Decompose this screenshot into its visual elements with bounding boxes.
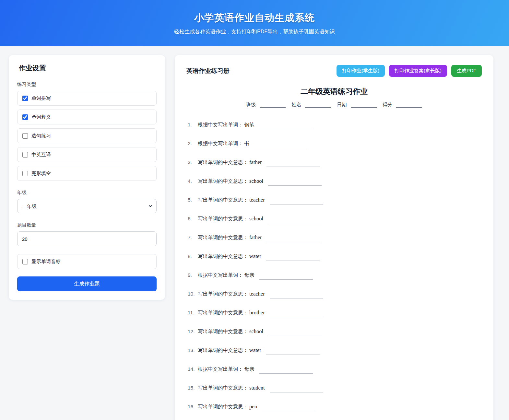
question-prompt: 写出单词的中文意思： xyxy=(198,310,248,315)
question-prompt: 根据中文写出单词： xyxy=(198,272,243,278)
generate-pdf-button[interactable]: 生成PDF xyxy=(451,65,482,77)
question-item: 9.根据中文写出单词：母亲 xyxy=(188,271,482,280)
answer-blank xyxy=(254,148,308,148)
question-word: teacher xyxy=(249,291,265,297)
question-word: student xyxy=(249,385,265,391)
meta-field-name: 姓名: xyxy=(291,102,331,108)
question-word: father xyxy=(249,234,262,240)
answer-blank xyxy=(259,129,313,129)
question-item: 12.写出单词的中文意思：school xyxy=(188,328,482,336)
exercise-type-option-label: 造句练习 xyxy=(31,133,51,139)
meta-blank xyxy=(260,107,286,108)
question-number: 1. xyxy=(188,121,198,129)
worksheet-header: 英语作业练习册 打印作业(学生版) 打印作业答案(家长版) 生成PDF xyxy=(186,65,482,77)
question-item: 2.根据中文写出单词：书 xyxy=(188,140,482,148)
meta-label: 得分: xyxy=(383,102,394,107)
print-student-button[interactable]: 打印作业(学生版) xyxy=(337,65,385,77)
question-word: school xyxy=(249,178,263,184)
print-answers-button[interactable]: 打印作业答案(家长版) xyxy=(389,65,447,77)
main-content: 作业设置 练习类型 单词拼写 单词释义 造句练习 中英互译 完形填空 年级 二年… xyxy=(0,46,509,420)
exercise-type-checkbox[interactable] xyxy=(22,114,28,120)
question-prompt: 写出单词的中文意思： xyxy=(198,197,248,203)
question-prompt: 根据中文写出单词： xyxy=(198,141,243,146)
exercise-type-option-translation[interactable]: 中英互译 xyxy=(17,147,157,162)
question-item: 5.写出单词的中文意思：teacher xyxy=(188,196,482,204)
question-prompt: 根据中文写出单词： xyxy=(198,122,243,127)
question-word: teacher xyxy=(249,197,265,203)
question-prompt: 根据中文写出单词： xyxy=(198,366,243,372)
worksheet-meta: 班级: 姓名: 日期: 得分: xyxy=(186,102,482,108)
settings-title: 作业设置 xyxy=(19,64,157,73)
exercise-type-option-word-meaning[interactable]: 单词释义 xyxy=(17,110,157,124)
question-prompt: 写出单词的中文意思： xyxy=(198,216,248,221)
answer-blank xyxy=(270,204,323,204)
worksheet-panel-title: 英语作业练习册 xyxy=(186,67,230,75)
meta-field-score: 得分: xyxy=(383,102,422,108)
question-prompt: 写出单词的中文意思： xyxy=(198,178,248,184)
answer-blank xyxy=(268,185,322,186)
exercise-type-checkbox[interactable] xyxy=(22,152,28,158)
question-item: 11.写出单词的中文意思：brother xyxy=(188,309,482,317)
meta-label: 班级: xyxy=(246,102,257,107)
question-word: 书 xyxy=(244,141,250,146)
answer-blank xyxy=(268,336,322,336)
exercise-type-option-sentence[interactable]: 造句练习 xyxy=(17,128,157,143)
question-number: 3. xyxy=(188,158,198,166)
question-number: 12. xyxy=(188,328,198,335)
exercise-type-option-word-spelling[interactable]: 单词拼写 xyxy=(17,91,157,106)
exercise-type-checkbox[interactable] xyxy=(22,171,28,176)
question-item: 16.写出单词的中文意思：pen xyxy=(188,403,482,411)
generate-homework-button[interactable]: 生成作业题 xyxy=(17,276,157,291)
exercise-type-option-cloze[interactable]: 完形填空 xyxy=(17,166,157,181)
app-title: 小学英语作业自动生成系统 xyxy=(194,11,315,25)
show-phonetic-checkbox[interactable] xyxy=(22,259,28,264)
question-number: 9. xyxy=(188,271,198,279)
question-number: 4. xyxy=(188,177,198,185)
question-count-input[interactable] xyxy=(17,231,157,246)
answer-blank xyxy=(259,373,313,374)
question-word: pen xyxy=(249,403,257,410)
question-word: 母亲 xyxy=(244,272,254,278)
question-prompt: 写出单词的中文意思： xyxy=(198,291,248,297)
question-item: 10.写出单词的中文意思：teacher xyxy=(188,290,482,298)
question-item: 15.写出单词的中文意思：student xyxy=(188,384,482,392)
exercise-type-checkbox[interactable] xyxy=(22,133,28,139)
settings-panel: 作业设置 练习类型 单词拼写 单词释义 造句练习 中英互译 完形填空 年级 二年… xyxy=(9,55,165,300)
question-item: 1.根据中文写出单词：钢笔 xyxy=(188,121,482,129)
grade-select[interactable]: 二年级 xyxy=(17,199,157,213)
question-number: 8. xyxy=(188,252,198,260)
question-number: 6. xyxy=(188,215,198,223)
question-number: 11. xyxy=(188,309,198,317)
app-subtitle: 轻松生成各种英语作业，支持打印和PDF导出，帮助孩子巩固英语知识 xyxy=(174,29,335,35)
question-list: 1.根据中文写出单词：钢笔 2.根据中文写出单词：书 3.写出单词的中文意思：f… xyxy=(186,121,482,420)
exercise-type-option-label: 单词释义 xyxy=(31,114,51,120)
question-number: 16. xyxy=(188,403,198,411)
question-item: 7.写出单词的中文意思：father xyxy=(188,234,482,242)
answer-blank xyxy=(266,242,320,242)
question-number: 10. xyxy=(188,290,198,298)
question-prompt: 写出单词的中文意思： xyxy=(198,404,248,409)
question-prompt: 写出单词的中文意思： xyxy=(198,235,248,240)
question-number: 2. xyxy=(188,140,198,147)
question-item: 14.根据中文写出单词：母亲 xyxy=(188,365,482,374)
question-item: 8.写出单词的中文意思：water xyxy=(188,252,482,261)
question-word: water xyxy=(249,347,261,353)
exercise-type-checkbox[interactable] xyxy=(22,96,28,101)
question-word: water xyxy=(249,253,261,259)
question-prompt: 写出单词的中文意思： xyxy=(198,347,248,353)
exercise-type-option-label: 单词拼写 xyxy=(31,95,51,101)
answer-blank xyxy=(270,392,323,392)
answer-blank xyxy=(270,317,323,317)
question-number: 13. xyxy=(188,346,198,354)
question-prompt: 写出单词的中文意思： xyxy=(198,253,248,259)
question-item: 3.写出单词的中文意思：father xyxy=(188,158,482,167)
question-prompt: 写出单词的中文意思： xyxy=(198,159,248,165)
question-item: 4.写出单词的中文意思：school xyxy=(188,177,482,186)
meta-blank xyxy=(305,107,331,108)
question-count-label: 题目数量 xyxy=(17,222,157,228)
show-phonetic-option[interactable]: 显示单词音标 xyxy=(17,254,157,269)
exercise-type-option-label: 中英互译 xyxy=(31,152,51,158)
question-word: brother xyxy=(249,309,265,316)
question-word: school xyxy=(249,216,263,222)
question-number: 14. xyxy=(188,365,198,373)
